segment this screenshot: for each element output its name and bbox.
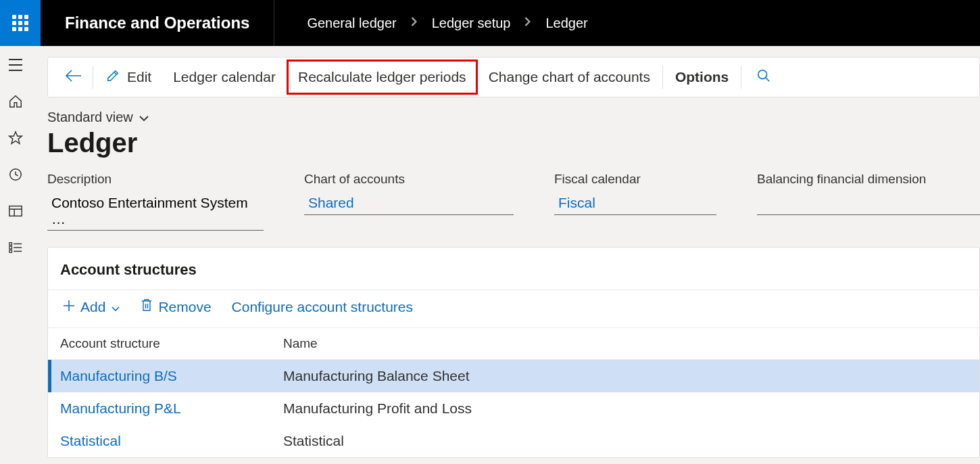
app-launcher-button[interactable] — [0, 0, 41, 46]
left-nav-rail — [0, 46, 31, 464]
account-structures-toolbar: Add Remove Configure account structures — [48, 289, 979, 328]
description-input[interactable]: Contoso Entertainment System … — [47, 192, 264, 231]
star-icon[interactable] — [7, 130, 24, 146]
account-structure-link[interactable]: Statistical — [60, 433, 121, 448]
recalculate-ledger-periods-button[interactable]: Recalculate ledger periods — [287, 60, 478, 95]
table-row[interactable]: StatisticalStatistical — [48, 425, 979, 457]
view-selector[interactable]: Standard view — [47, 110, 980, 125]
app-title: Finance and Operations — [41, 0, 274, 46]
ledger-calendar-label: Ledger calendar — [173, 69, 276, 85]
remove-label: Remove — [158, 299, 211, 315]
account-structures-table: Account structure Name Manufacturing B/S… — [48, 328, 979, 457]
edit-button[interactable]: Edit — [95, 62, 162, 92]
edit-label: Edit — [127, 69, 151, 85]
breadcrumb-ledger[interactable]: Ledger — [545, 16, 587, 31]
ledger-calendar-button[interactable]: Ledger calendar — [162, 62, 287, 92]
back-button[interactable] — [55, 69, 91, 86]
table-row[interactable]: Manufacturing B/SManufacturing Balance S… — [48, 360, 979, 393]
fiscal-calendar-input[interactable]: Fiscal — [554, 192, 716, 215]
chart-of-accounts-input[interactable]: Shared — [304, 192, 514, 215]
trash-icon — [141, 298, 153, 315]
fiscal-calendar-label: Fiscal calendar — [554, 172, 716, 187]
account-structure-name: Manufacturing Profit and Loss — [271, 392, 979, 425]
breadcrumb: General ledger Ledger setup Ledger — [274, 16, 587, 31]
add-button[interactable]: Add — [60, 295, 123, 319]
options-label: Options — [675, 69, 729, 85]
chevron-down-icon — [111, 299, 120, 315]
account-structure-name: Statistical — [271, 425, 979, 457]
recalculate-label: Recalculate ledger periods — [298, 69, 466, 85]
column-account-structure[interactable]: Account structure — [48, 328, 271, 360]
table-row[interactable]: Manufacturing P&LManufacturing Profit an… — [48, 392, 979, 425]
balancing-dimension-input[interactable] — [757, 192, 980, 215]
remove-button[interactable]: Remove — [138, 294, 214, 319]
account-structure-link[interactable]: Manufacturing B/S — [60, 368, 177, 384]
svg-point-5 — [758, 70, 767, 78]
separator — [93, 66, 93, 89]
recent-icon[interactable] — [7, 166, 24, 183]
chart-of-accounts-label: Chart of accounts — [304, 172, 514, 187]
configure-label: Configure account structures — [232, 299, 413, 315]
modules-icon[interactable] — [7, 239, 24, 256]
options-button[interactable]: Options — [664, 62, 739, 92]
balancing-dimension-label: Balancing financial dimension — [757, 172, 980, 187]
chevron-right-icon — [524, 17, 532, 29]
separator — [741, 66, 741, 89]
svg-rect-4 — [9, 250, 12, 253]
account-structures-fasttab: Account structures Add Remove — [47, 247, 980, 458]
edit-icon — [105, 68, 120, 87]
description-label: Description — [47, 172, 264, 187]
chevron-down-icon — [139, 110, 149, 125]
action-pane: Edit Ledger calendar Recalculate ledger … — [47, 57, 980, 97]
svg-rect-1 — [9, 206, 22, 216]
plus-icon — [63, 299, 75, 315]
view-selector-label: Standard view — [47, 110, 133, 125]
waffle-icon — [12, 15, 28, 31]
breadcrumb-ledger-setup[interactable]: Ledger setup — [432, 16, 511, 31]
field-group: Description Contoso Entertainment System… — [47, 172, 980, 231]
chevron-right-icon — [410, 17, 418, 29]
breadcrumb-general-ledger[interactable]: General ledger — [307, 16, 396, 31]
separator — [662, 66, 663, 89]
change-chart-of-accounts-button[interactable]: Change chart of accounts — [478, 62, 661, 92]
add-label: Add — [80, 299, 105, 315]
configure-account-structures-button[interactable]: Configure account structures — [229, 295, 416, 319]
main-content: Edit Ledger calendar Recalculate ledger … — [31, 46, 980, 464]
global-header: Finance and Operations General ledger Le… — [0, 0, 980, 46]
svg-rect-3 — [9, 246, 12, 249]
action-search-button[interactable] — [743, 68, 785, 87]
page-title: Ledger — [47, 128, 980, 158]
home-icon[interactable] — [7, 93, 24, 110]
svg-rect-2 — [9, 243, 12, 246]
hamburger-menu-icon[interactable] — [7, 57, 24, 73]
account-structure-link[interactable]: Manufacturing P&L — [60, 400, 181, 416]
workspace-icon[interactable] — [7, 203, 24, 219]
account-structure-name: Manufacturing Balance Sheet — [271, 360, 979, 393]
column-name[interactable]: Name — [271, 328, 979, 360]
change-coa-label: Change chart of accounts — [489, 69, 650, 85]
account-structures-title: Account structures — [48, 261, 979, 289]
